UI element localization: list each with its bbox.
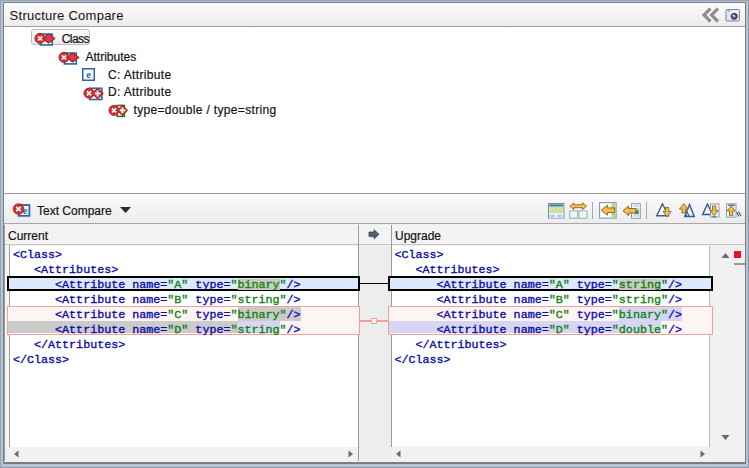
svg-text:e: e xyxy=(86,68,91,79)
